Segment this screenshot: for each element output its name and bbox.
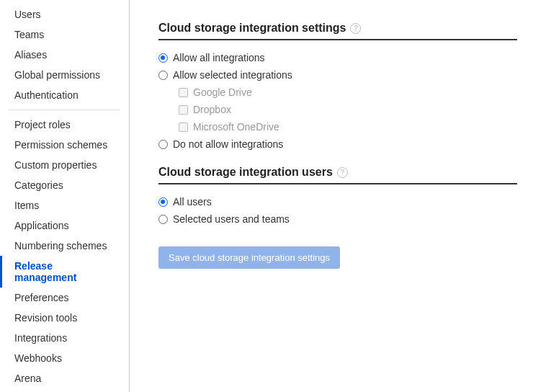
label-do-not-allow: Do not allow integrations — [173, 138, 283, 150]
sidebar-group-account: Users Teams Aliases Global permissions A… — [9, 4, 120, 110]
label-google-drive: Google Drive — [193, 86, 252, 98]
sidebar-item-permission-schemes[interactable]: Permission schemes — [9, 135, 120, 155]
section-header-integration-settings: Cloud storage integration settings ? — [158, 22, 517, 40]
radio-allow-all[interactable] — [158, 53, 168, 63]
sidebar-item-integrations[interactable]: Integrations — [9, 328, 120, 348]
help-icon[interactable]: ? — [350, 23, 361, 34]
sidebar: Users Teams Aliases Global permissions A… — [0, 0, 130, 392]
sidebar-item-revision-tools[interactable]: Revision tools — [9, 308, 120, 328]
sidebar-item-items[interactable]: Items — [9, 195, 120, 215]
sidebar-item-users[interactable]: Users — [9, 4, 120, 24]
sidebar-group-project: Project roles Permission schemes Custom … — [9, 115, 120, 392]
integration-users-options: All users Selected users and teams — [158, 193, 517, 228]
checkbox-dropbox — [179, 105, 188, 115]
label-selected-users: Selected users and teams — [173, 213, 290, 225]
main-content: Cloud storage integration settings ? All… — [130, 0, 546, 392]
sidebar-item-aliases[interactable]: Aliases — [9, 45, 120, 65]
option-selected-users[interactable]: Selected users and teams — [158, 210, 517, 228]
option-allow-selected[interactable]: Allow selected integrations — [158, 66, 517, 84]
sidebar-item-global-permissions[interactable]: Global permissions — [9, 65, 120, 85]
option-do-not-allow[interactable]: Do not allow integrations — [158, 135, 517, 153]
help-icon[interactable]: ? — [337, 167, 348, 178]
section-header-integration-users: Cloud storage integration users ? — [158, 166, 517, 184]
radio-allow-selected[interactable] — [158, 71, 168, 80]
sidebar-item-preferences[interactable]: Preferences — [9, 288, 120, 308]
option-allow-all[interactable]: Allow all integrations — [158, 49, 517, 66]
checkbox-onedrive — [179, 122, 188, 132]
radio-selected-users[interactable] — [158, 215, 168, 224]
save-button[interactable]: Save cloud storage integration settings — [158, 246, 340, 269]
radio-do-not-allow[interactable] — [158, 140, 168, 149]
label-all-users: All users — [173, 196, 212, 208]
sidebar-item-webhooks[interactable]: Webhooks — [9, 348, 120, 368]
sidebar-item-applications[interactable]: Applications — [9, 215, 120, 236]
section-title-integration-users: Cloud storage integration users — [158, 166, 333, 179]
sidebar-item-project-roles[interactable]: Project roles — [9, 115, 120, 135]
radio-all-users[interactable] — [158, 197, 168, 207]
sidebar-item-custom-properties[interactable]: Custom properties — [9, 155, 120, 175]
section-title-integration-settings: Cloud storage integration settings — [158, 22, 346, 35]
option-google-drive: Google Drive — [158, 84, 517, 101]
label-allow-selected: Allow selected integrations — [173, 69, 292, 81]
sidebar-item-authentication[interactable]: Authentication — [9, 85, 120, 105]
sidebar-item-release-management[interactable]: Release management — [9, 256, 120, 288]
sidebar-item-teams[interactable]: Teams — [9, 24, 120, 45]
sidebar-item-categories[interactable]: Categories — [9, 175, 120, 195]
option-onedrive: Microsoft OneDrive — [158, 118, 517, 135]
checkbox-google-drive — [179, 88, 188, 97]
label-onedrive: Microsoft OneDrive — [193, 121, 279, 133]
option-all-users[interactable]: All users — [158, 193, 517, 210]
integration-settings-options: Allow all integrations Allow selected in… — [158, 49, 517, 153]
label-dropbox: Dropbox — [193, 104, 231, 115]
sidebar-item-arena[interactable]: Arena — [9, 368, 120, 388]
label-allow-all: Allow all integrations — [173, 52, 265, 63]
sidebar-item-numbering-schemes[interactable]: Numbering schemes — [9, 236, 120, 256]
option-dropbox: Dropbox — [158, 101, 517, 118]
